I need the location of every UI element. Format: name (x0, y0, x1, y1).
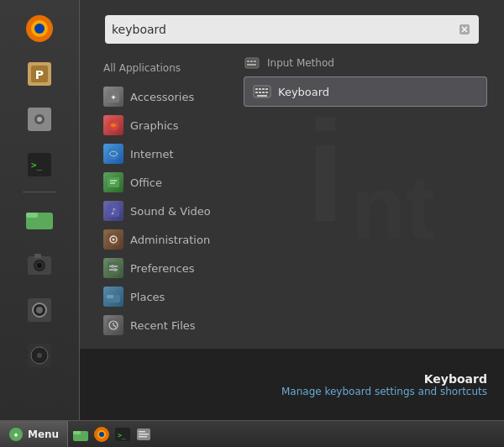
input-method-section-icon (244, 55, 260, 71)
taskbar-icons: >_ (68, 425, 156, 444)
svg-rect-61 (265, 88, 268, 90)
office-icon (103, 172, 123, 192)
svg-text:>_: >_ (31, 160, 43, 171)
taskbar-files-icon[interactable] (134, 425, 153, 444)
svg-rect-52 (245, 58, 259, 68)
svg-rect-53 (247, 60, 249, 62)
svg-rect-14 (26, 213, 38, 218)
taskbar-folder-icon[interactable] (71, 425, 90, 444)
search-input-wrapper: keyboard (105, 15, 479, 44)
svg-point-25 (37, 353, 42, 358)
svg-rect-47 (107, 295, 113, 298)
svg-rect-77 (139, 431, 145, 433)
info-bar-description: Manage keyboard settings and shortcuts (97, 386, 487, 397)
svg-rect-41 (108, 262, 119, 274)
svg-rect-33 (108, 177, 119, 187)
category-item-accessories[interactable]: ✦ Accessories (97, 82, 239, 111)
svg-text:P: P (35, 68, 44, 82)
sidebar-icon-folder[interactable] (19, 199, 60, 239)
svg-rect-54 (250, 60, 253, 62)
taskbar-terminal-icon[interactable]: >_ (113, 425, 132, 444)
svg-point-45 (113, 268, 117, 271)
places-label: Places (130, 291, 165, 303)
categories-list: All Applications ✦ Accessories Graphics (97, 59, 239, 378)
sidebar-icon-camera[interactable] (19, 245, 60, 285)
accessories-label: Accessories (130, 91, 194, 103)
info-bar-title: Keyboard (97, 372, 487, 386)
places-icon (103, 287, 123, 307)
svg-rect-64 (262, 92, 265, 93)
sidebar-icon-settings2[interactable] (19, 290, 60, 330)
sidebar-icon-media[interactable] (19, 335, 60, 376)
category-item-places[interactable]: Places (97, 282, 239, 311)
svg-rect-55 (254, 60, 256, 62)
administration-label: Administration (130, 234, 210, 246)
results-panel: Input Method Keyboard (244, 55, 487, 344)
sidebar-icon-terminal[interactable]: >_ (19, 145, 60, 185)
svg-point-73 (99, 432, 104, 437)
category-item-recent[interactable]: Recent Files (97, 311, 239, 339)
svg-rect-19 (34, 254, 41, 258)
svg-rect-56 (247, 64, 256, 66)
svg-rect-60 (262, 88, 265, 90)
svg-text:>_: >_ (118, 432, 126, 439)
search-bar: keyboard (105, 15, 479, 44)
svg-point-10 (37, 117, 42, 122)
category-item-office[interactable]: Office (97, 168, 239, 197)
svg-rect-59 (259, 88, 261, 90)
sound-icon: ♪ (103, 201, 123, 221)
all-apps-label[interactable]: All Applications (97, 59, 239, 82)
category-item-graphics[interactable]: Graphics (97, 111, 239, 139)
sidebar-icon-firefox[interactable] (19, 8, 60, 49)
internet-icon (103, 144, 123, 164)
svg-text:♪: ♪ (111, 207, 116, 216)
input-method-label: Input Method (267, 57, 334, 69)
menu-icon: ✦ (8, 427, 24, 442)
taskbar-menu-button[interactable]: ✦ Menu (0, 421, 68, 447)
svg-point-44 (111, 265, 114, 268)
keyboard-result-label: Keyboard (278, 86, 329, 98)
sidebar-icon-package[interactable]: P (19, 54, 60, 94)
graphics-icon (103, 115, 123, 135)
svg-rect-62 (255, 92, 258, 93)
taskbar-menu-label: Menu (28, 429, 59, 440)
taskbar-firefox-icon[interactable] (92, 425, 111, 444)
main-panel: keyboard All Applications ✦ Accessories (80, 0, 504, 420)
administration-icon (103, 229, 123, 250)
internet-label: Internet (130, 148, 174, 160)
svg-rect-79 (139, 436, 147, 438)
svg-text:✦: ✦ (110, 93, 117, 102)
search-input[interactable]: keyboard (112, 23, 457, 36)
preferences-icon (103, 258, 123, 278)
recent-icon (103, 315, 123, 335)
sidebar-separator (23, 192, 56, 192)
svg-rect-78 (139, 434, 149, 435)
search-clear-button[interactable] (457, 22, 472, 37)
preferences-label: Preferences (130, 262, 194, 275)
sound-label: Sound & Video (130, 205, 211, 218)
svg-point-18 (37, 263, 42, 268)
svg-rect-63 (259, 92, 261, 93)
taskbar: ✦ Menu >_ (0, 420, 504, 447)
svg-rect-58 (255, 88, 258, 90)
svg-rect-66 (257, 95, 267, 97)
sidebar: P >_ (0, 0, 80, 420)
graphics-label: Graphics (130, 119, 178, 132)
category-item-administration[interactable]: Administration (97, 225, 239, 254)
category-item-sound[interactable]: ♪ Sound & Video (97, 197, 239, 225)
result-item-keyboard[interactable]: Keyboard (244, 76, 487, 107)
keyboard-result-icon (253, 82, 271, 101)
category-item-preferences[interactable]: Preferences (97, 254, 239, 282)
info-bar: Keyboard Manage keyboard settings and sh… (80, 349, 504, 420)
svg-rect-65 (265, 92, 268, 93)
recent-label: Recent Files (130, 319, 196, 332)
accessories-icon: ✦ (103, 87, 123, 107)
office-label: Office (130, 176, 162, 189)
svg-rect-70 (73, 431, 81, 434)
category-item-internet[interactable]: Internet (97, 139, 239, 168)
svg-text:✦: ✦ (13, 431, 19, 439)
sidebar-icon-settings[interactable] (19, 99, 60, 139)
svg-point-4 (34, 24, 45, 34)
svg-point-40 (113, 239, 115, 241)
svg-point-22 (36, 307, 43, 313)
